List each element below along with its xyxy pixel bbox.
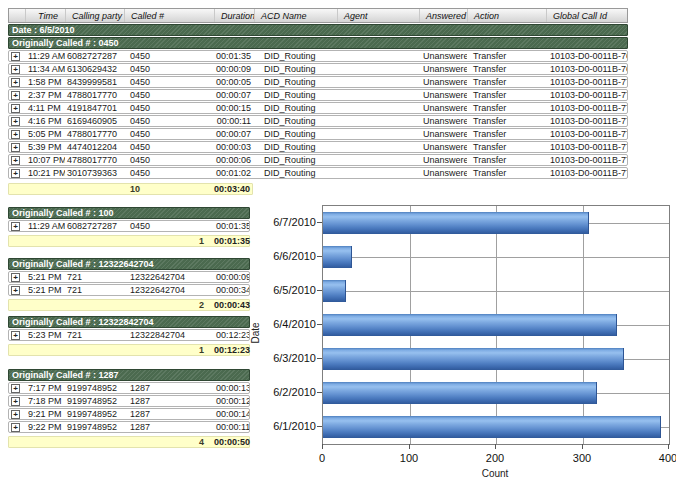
expand-row-button[interactable]: + [11, 273, 20, 282]
cell-global-call-id: 10103-D0-0011B-771 [546, 90, 627, 100]
expand-row-button[interactable]: + [11, 397, 20, 406]
cell-called: 1287 [124, 383, 214, 393]
table-row: +5:39 PM4474012204045000:00:03DID_Routin… [8, 141, 628, 153]
group-summary-row: 100:01:35 [8, 235, 250, 247]
call-group: Originally Called # : 12322642704+5:21 P… [8, 258, 250, 311]
calls-per-date-chart: Count Date 01002003004006/7/20106/6/2010… [240, 196, 676, 485]
table-row: +5:05 PM4788017770045000:00:07DID_Routin… [8, 128, 628, 140]
cell-calling-party: 721 [65, 272, 124, 282]
date-group-header: Date : 6/5/2010 [8, 24, 628, 36]
y-axis-tick [317, 256, 322, 257]
column-header-acd-name: ACD Name [254, 9, 337, 22]
table-row: +1:58 PM8439999581045000:00:05DID_Routin… [8, 76, 628, 88]
chart-bar [323, 280, 346, 302]
table-row: +2:37 PM4788017770045000:00:07DID_Routin… [8, 89, 628, 101]
chart-bar [323, 212, 589, 234]
chart-gridline-horizontal [323, 257, 669, 258]
cell-agent [337, 168, 419, 178]
cell-calling-party: 9199748952 [65, 383, 124, 393]
table-row: +10:21 PM3010739363045000:01:02DID_Routi… [8, 167, 628, 179]
cell-called: 1287 [124, 396, 214, 406]
cell-agent [337, 64, 419, 74]
expand-row-button[interactable]: + [11, 222, 20, 231]
y-axis-tick [317, 290, 322, 291]
call-log-table: TimeCalling party #Called #DurationACD N… [8, 8, 628, 195]
column-header-called: Called # [124, 9, 214, 22]
expand-row-button[interactable]: + [11, 143, 20, 152]
cell-duration: 00:01:02 [214, 168, 254, 178]
expand-row-button[interactable]: + [11, 384, 20, 393]
cell-answered: Unanswered [419, 142, 467, 152]
cell-calling-party: 4788017770 [65, 90, 124, 100]
cell-duration: 00:01:35 [214, 51, 254, 61]
cell-calling-party: 9199748952 [65, 396, 124, 406]
cell-global-call-id: 10103-D0-0011B-768 [546, 51, 627, 61]
column-header-agent: Agent [337, 9, 419, 22]
cell-called: 0450 [124, 90, 214, 100]
cell-global-call-id: 10103-D0-0011B-774 [546, 129, 627, 139]
cell-action: Transfer [467, 90, 546, 100]
expand-row-button[interactable]: + [11, 104, 20, 113]
expand-row-button[interactable]: + [11, 65, 20, 74]
cell-global-call-id: 10103-D0-0011B-770 [546, 77, 627, 87]
expand-row-button[interactable]: + [11, 286, 20, 295]
cell-answered: Unanswered [419, 129, 467, 139]
expand-cell: + [9, 129, 25, 139]
cell-time: 10:21 PM [25, 168, 65, 178]
expand-row-button[interactable]: + [11, 52, 20, 61]
expand-cell: + [9, 409, 25, 419]
cell-called: 0450 [124, 142, 214, 152]
expand-row-button[interactable]: + [11, 130, 20, 139]
cell-time: 4:16 PM [25, 116, 65, 126]
cell-time: 1:58 PM [25, 77, 65, 87]
x-axis-tick [409, 444, 410, 449]
cell-time: 11:34 AM [25, 64, 65, 74]
column-header-expand [9, 9, 25, 22]
cell-action: Transfer [467, 103, 546, 113]
chart-bar [323, 348, 624, 370]
expand-cell: + [9, 64, 25, 74]
table-row: +7:17 PM9199748952128700:00:13 [8, 382, 250, 394]
expand-cell: + [9, 396, 25, 406]
expand-cell: + [9, 330, 25, 340]
cell-duration: 00:00:06 [214, 155, 254, 165]
summary-call-count: 1 [124, 236, 214, 247]
expand-row-button[interactable]: + [11, 410, 20, 419]
expand-cell: + [9, 383, 25, 393]
expand-row-button[interactable]: + [11, 423, 20, 432]
expand-row-button[interactable]: + [11, 78, 20, 87]
x-axis-tick [322, 444, 323, 449]
expand-row-button[interactable]: + [11, 331, 20, 340]
cell-calling-party: 4788017770 [65, 129, 124, 139]
cell-duration: 00:00:03 [214, 142, 254, 152]
cell-action: Transfer [467, 77, 546, 87]
cell-acd-name: DID_Routing [254, 155, 337, 165]
cell-called: 0450 [124, 103, 214, 113]
cell-duration: 00:00:05 [214, 77, 254, 87]
expand-row-button[interactable]: + [11, 169, 20, 178]
cell-called: 0450 [124, 155, 214, 165]
x-axis-tick [668, 444, 669, 449]
cell-acd-name: DID_Routing [254, 116, 337, 126]
expand-cell: + [9, 272, 25, 282]
cell-action: Transfer [467, 129, 546, 139]
table-row: +9:21 PM9199748952128700:00:14 [8, 408, 250, 420]
cell-calling-party: 8439999581 [65, 77, 124, 87]
cell-called: 12322642704 [124, 285, 214, 295]
cell-answered: Unanswered [419, 155, 467, 165]
expand-cell: + [9, 155, 25, 165]
expand-cell: + [9, 422, 25, 432]
expand-row-button[interactable]: + [11, 91, 20, 100]
y-axis-tick-label: 6/6/2010 [242, 250, 316, 262]
cell-answered: Unanswered [419, 168, 467, 178]
expand-row-button[interactable]: + [11, 117, 20, 126]
summary-call-count: 10 [124, 184, 214, 195]
expand-row-button[interactable]: + [11, 156, 20, 165]
cell-time: 7:18 PM [25, 396, 65, 406]
cell-called: 0450 [124, 129, 214, 139]
called-group-header: Originally Called # : 1287 [8, 369, 250, 381]
cell-called: 12322842704 [124, 330, 214, 340]
table-row: +5:21 PM7211232264270400:00:34 [8, 284, 250, 296]
call-group: Originally Called # : 100+11:29 AM608272… [8, 207, 250, 247]
y-axis-tick [317, 426, 322, 427]
